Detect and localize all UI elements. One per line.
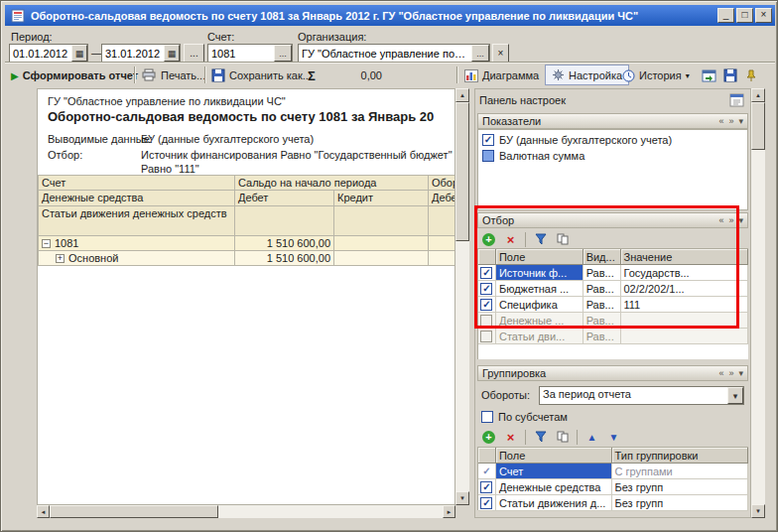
add-row-button[interactable]: + — [479, 230, 498, 248]
delete-row-button[interactable]: × — [501, 230, 520, 248]
expand-toggle-icon[interactable]: + — [56, 254, 65, 263]
collapse-toggle-icon[interactable]: − — [42, 239, 51, 248]
debit-start-value[interactable]: 1 510 600,00 — [235, 251, 334, 266]
row-checkbox[interactable]: ✓ — [480, 481, 492, 493]
column-header-kind[interactable]: Вид... — [584, 249, 621, 265]
by-subaccounts-row[interactable]: По субсчетам — [477, 409, 568, 425]
row-checkbox[interactable] — [480, 331, 492, 342]
column-header-field[interactable]: Поле — [496, 448, 612, 464]
settings-toggle-button[interactable]: Настройка — [545, 65, 629, 85]
kind-cell[interactable]: Рав... — [584, 281, 621, 297]
row-checkbox[interactable]: ✓ — [480, 267, 492, 279]
account-picker-button[interactable]: ... — [274, 45, 292, 62]
chevron-right-icon[interactable]: » — [728, 368, 733, 378]
checkbox-checked-icon[interactable]: ✓ — [482, 134, 494, 146]
value-cell[interactable]: 02/2/202/1... — [621, 281, 749, 297]
copy-button[interactable] — [553, 428, 572, 446]
save-as-button[interactable]: Сохранить как... — [209, 66, 314, 84]
scroll-up-button[interactable]: ▲ — [751, 88, 765, 102]
calendar-icon[interactable]: ▦ — [71, 45, 87, 62]
field-cell[interactable]: Счет — [496, 464, 612, 479]
debit-start-value[interactable]: 1 510 600,00 — [235, 236, 334, 251]
column-header-field[interactable]: Поле — [496, 249, 584, 265]
close-button[interactable]: × — [755, 8, 772, 23]
delete-row-button[interactable]: × — [501, 428, 520, 446]
period-picker-button[interactable]: ... — [184, 44, 204, 63]
history-dropdown-button[interactable]: История ▾ — [620, 66, 692, 84]
grouping-row[interactable]: ✓ Статьи движения д... Без групп — [478, 495, 748, 511]
organization-picker-button[interactable]: ... — [471, 45, 489, 62]
date-from-input[interactable] — [10, 45, 71, 62]
copy-button[interactable] — [553, 230, 572, 248]
kind-cell[interactable]: Рав... — [584, 329, 621, 344]
row-checkbox[interactable] — [480, 315, 492, 327]
by-subaccounts-checkbox[interactable] — [481, 411, 493, 423]
checkbox-unchecked-icon[interactable] — [482, 150, 494, 162]
column-header-check[interactable] — [478, 448, 496, 464]
scroll-up-button[interactable]: ▲ — [455, 88, 469, 102]
field-cell[interactable]: Специфика — [496, 297, 584, 313]
grouping-row[interactable]: ✓ Счет С группами — [478, 464, 748, 479]
field-cell[interactable]: Статьи движения д... — [496, 495, 612, 511]
turnover-combo[interactable]: За период отчета ▾ — [539, 386, 744, 405]
grouping-type-cell[interactable]: Без групп — [612, 479, 748, 495]
selection-section-header[interactable]: Отбор « » ▾ — [477, 212, 748, 228]
grouping-type-cell[interactable]: С группами — [612, 464, 748, 479]
scrollbar-thumb[interactable] — [455, 102, 469, 241]
indicators-section-header[interactable]: Показатели « » ▾ — [477, 113, 748, 129]
scroll-left-button[interactable]: ◄ — [37, 505, 50, 518]
field-cell[interactable]: Денежные ... — [496, 313, 584, 329]
collapse-section-icon[interactable]: ▾ — [738, 215, 743, 225]
filter-button[interactable] — [531, 428, 550, 446]
field-cell[interactable]: Денежные средства — [496, 479, 612, 495]
kind-cell[interactable]: Рав... — [584, 265, 621, 281]
pin-button[interactable] — [743, 66, 759, 84]
selection-row[interactable]: ✓ Бюджетная ... Рав... 02/2/202/1... — [478, 281, 748, 297]
kind-cell[interactable]: Рав... — [584, 313, 621, 329]
kind-cell[interactable]: Рав... — [584, 297, 621, 313]
selection-row[interactable]: ✓ Источник ф... Рав... Государств... — [478, 265, 748, 281]
minimize-button[interactable]: _ — [717, 8, 734, 23]
maximize-button[interactable]: □ — [736, 8, 753, 23]
collapse-section-icon[interactable]: ▾ — [738, 368, 743, 378]
filter-button[interactable] — [531, 230, 550, 248]
value-cell[interactable]: 111 — [621, 297, 749, 313]
row-checkbox[interactable]: ✓ — [480, 283, 492, 295]
collapse-section-icon[interactable]: ▾ — [738, 116, 743, 126]
move-down-button[interactable]: ▼ — [604, 428, 623, 446]
row-checkbox[interactable]: ✓ — [480, 497, 492, 509]
chevron-left-icon[interactable]: « — [718, 215, 723, 225]
row-check-icon[interactable]: ✓ — [482, 466, 490, 476]
grouping-section-header[interactable]: Группировка « » ▾ — [477, 365, 748, 381]
diagram-button[interactable]: Диаграмма — [462, 66, 541, 84]
move-up-button[interactable]: ▲ — [583, 428, 601, 446]
scrollbar-thumb[interactable] — [50, 505, 218, 518]
value-cell[interactable] — [621, 313, 749, 329]
column-header-grouping-type[interactable]: Тип группировки — [612, 448, 748, 464]
field-cell[interactable]: Статьи дви... — [496, 329, 584, 344]
chevron-right-icon[interactable]: » — [728, 215, 733, 225]
open-window-button[interactable] — [700, 66, 718, 84]
report-row-account[interactable]: −1081 — [38, 236, 235, 251]
chevron-right-icon[interactable]: » — [728, 116, 733, 126]
chevron-left-icon[interactable]: « — [718, 368, 723, 378]
scrollbar-thumb[interactable] — [751, 102, 765, 150]
report-row-subaccount[interactable]: +Основной — [38, 251, 235, 266]
scroll-down-button[interactable]: ▼ — [455, 491, 469, 505]
organization-input[interactable] — [299, 45, 471, 62]
calendar-icon[interactable]: ▦ — [164, 45, 180, 62]
field-cell[interactable]: Источник ф... — [496, 265, 584, 281]
add-row-button[interactable]: + — [479, 428, 498, 446]
organization-clear-button[interactable]: × — [492, 44, 509, 63]
grouping-type-cell[interactable]: Без групп — [612, 495, 748, 511]
column-header-check[interactable] — [478, 249, 496, 265]
column-header-value[interactable]: Значение — [621, 249, 749, 265]
indicator-item-bu[interactable]: ✓ БУ (данные бухгалтерского учета) — [478, 132, 747, 148]
chevron-left-icon[interactable]: « — [718, 116, 723, 126]
indicator-item-currency[interactable]: Валютная сумма — [478, 148, 747, 164]
field-cell[interactable]: Бюджетная ... — [496, 281, 584, 297]
value-cell[interactable]: Государств... — [621, 265, 749, 281]
combo-dropdown-icon[interactable]: ▾ — [727, 387, 743, 404]
selection-row-disabled[interactable]: Статьи дви... Рав... — [478, 329, 748, 344]
save-settings-button[interactable] — [721, 66, 739, 84]
